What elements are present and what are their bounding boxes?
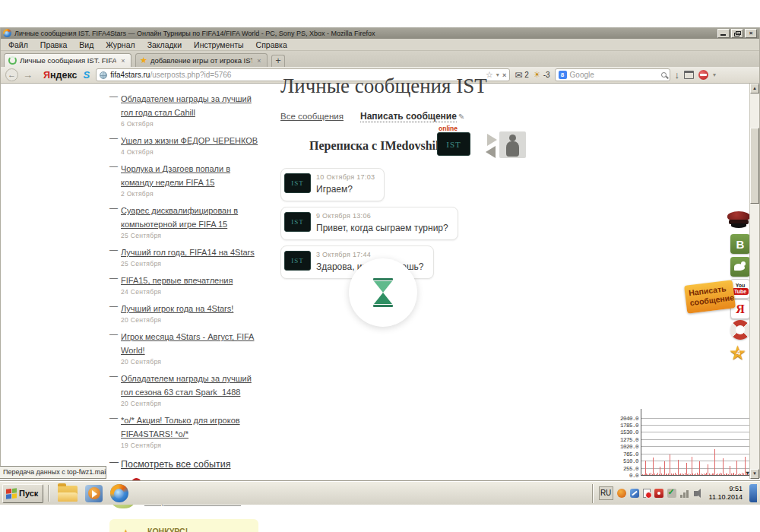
- scroll-down-button[interactable]: ▼: [750, 469, 759, 479]
- volume-icon[interactable]: [694, 491, 698, 496]
- windows-panel-icon[interactable]: [684, 71, 694, 79]
- scroll-up-button[interactable]: ▲: [750, 84, 759, 93]
- news-item: Суарес дисквалифицирован в компьютерной …: [109, 203, 258, 239]
- skype-icon[interactable]: S: [83, 69, 90, 81]
- start-button[interactable]: Пуск: [2, 484, 43, 503]
- lifebuoy-icon[interactable]: [730, 320, 750, 340]
- firefox-icon: [3, 29, 11, 37]
- news-link[interactable]: Чорлука и Дзагоев попали в команду недел…: [121, 164, 230, 187]
- view-all-events: Посмотреть все события: [109, 457, 258, 470]
- menu-file[interactable]: Файл: [2, 40, 34, 50]
- news-item: FIFA15, первые впечатления24 Сентября: [109, 273, 258, 296]
- news-item: Лучший игрок года на 4Stars!20 Сентября: [109, 301, 258, 324]
- firefox-taskbar-icon[interactable]: [110, 484, 128, 502]
- weather-widget[interactable]: ☀ -3: [534, 70, 550, 80]
- new-tab-button[interactable]: +: [271, 55, 285, 67]
- star-favicon-icon: ★: [140, 56, 147, 65]
- news-link[interactable]: Обладателем награды за лучший гол года с…: [121, 94, 252, 117]
- message-text: Привет, когда сыграем турнир?: [316, 223, 448, 233]
- user-avatar[interactable]: IST: [437, 132, 470, 156]
- network-signal-icon[interactable]: [680, 489, 690, 498]
- news-link[interactable]: Игрок месяца 4Stars - Август, FIFA World…: [121, 332, 254, 355]
- chart-bar: [699, 461, 700, 475]
- media-player-icon[interactable]: [85, 485, 103, 502]
- message-card[interactable]: IST 9 Октября 13:06 Привет, когда сыграе…: [280, 207, 458, 240]
- tray-protection-icon[interactable]: [630, 489, 639, 498]
- tab-close-icon[interactable]: ×: [255, 57, 263, 65]
- news-link[interactable]: *о/* Акция! Только для игроков FIFA4STAR…: [121, 416, 240, 439]
- news-date: 20 Сентября: [121, 316, 258, 324]
- tab-close-icon[interactable]: ×: [119, 57, 127, 65]
- view-all-link[interactable]: Посмотреть все события: [121, 459, 231, 470]
- menu-tools[interactable]: Инструменты: [188, 40, 249, 50]
- restore-button[interactable]: [731, 29, 743, 38]
- downloads-button[interactable]: ↓: [675, 69, 680, 81]
- chart-bar: [670, 454, 670, 475]
- search-icon[interactable]: [661, 72, 667, 78]
- compose-icon: ✎: [458, 112, 464, 121]
- contest-banner[interactable]: ★ 4 КОНКУРС! ГОЛОСОВАНИЕ! 4Stars лучший!…: [109, 519, 258, 532]
- news-sidebar: Обладателем награды за лучший гол года с…: [109, 91, 258, 532]
- menu-history[interactable]: Журнал: [100, 40, 141, 50]
- all-messages-link[interactable]: Все сообщения: [280, 112, 344, 121]
- menu-bookmarks[interactable]: Закладки: [141, 40, 188, 50]
- explorer-icon[interactable]: [58, 486, 78, 502]
- contest-title[interactable]: КОНКУРС! ГОЛОСОВАНИЕ!: [147, 527, 251, 532]
- chart-tick-label: 510.0: [623, 458, 638, 464]
- menu-help[interactable]: Справка: [250, 40, 293, 50]
- compose-message-link[interactable]: Написать сообщение: [360, 111, 457, 122]
- twitter-icon[interactable]: [730, 257, 750, 277]
- vk-icon[interactable]: B: [730, 234, 750, 254]
- messages-main: Личные сообщения IST Все сообщения Напис…: [280, 74, 531, 284]
- tab-messages[interactable]: Личные сообщения IST. FIFA4Stars — ... ×: [4, 53, 131, 67]
- message-list: IST 10 Октября 17:03 Играем? IST 9 Октяб…: [280, 168, 531, 279]
- message-card[interactable]: IST 10 Октября 17:03 Играем?: [280, 168, 385, 201]
- message-date: 9 Октября 13:06: [316, 212, 448, 220]
- window-titlebar[interactable]: Личные сообщения IST. FIFA4Stars — Онлай…: [1, 27, 759, 39]
- tab-add-game[interactable]: ★ добавление игры от игрока IST. FIFA4..…: [135, 53, 268, 67]
- adblock-dropdown-icon[interactable]: ▾: [713, 71, 716, 78]
- opponent-avatar[interactable]: [499, 131, 526, 158]
- forward-button[interactable]: →: [23, 70, 33, 80]
- chart-tick-label: 765.0: [623, 451, 638, 458]
- adblock-icon[interactable]: [698, 70, 708, 80]
- minimize-button[interactable]: [717, 29, 730, 38]
- page-scrollbar[interactable]: ▲ ▼: [749, 84, 759, 479]
- tray-update-icon[interactable]: [667, 489, 676, 498]
- yandex-button[interactable]: Яндекс: [43, 70, 77, 81]
- military-cap-icon[interactable]: [727, 210, 750, 230]
- news-link[interactable]: FIFA15, первые впечатления: [121, 276, 233, 285]
- tray-flag-icon[interactable]: [749, 484, 757, 502]
- news-link[interactable]: Суарес дисквалифицирован в компьютерной …: [121, 206, 238, 229]
- tray-orange-icon[interactable]: [617, 489, 626, 498]
- search-engine-icon[interactable]: 8: [559, 71, 567, 79]
- scroll-thumb[interactable]: [750, 128, 759, 204]
- tray-clock[interactable]: 9:51 11.10.2014: [709, 485, 743, 502]
- close-button[interactable]: ×: [745, 29, 757, 38]
- chart-tick-label: 2040.0: [620, 416, 638, 422]
- hourglass-icon: [372, 278, 394, 307]
- search-box[interactable]: 8 Google: [555, 68, 670, 81]
- chart-plot: ▼: [641, 409, 749, 476]
- tray-blocked-icon[interactable]: [643, 489, 651, 498]
- chart-tick-label: 255.0: [623, 466, 638, 472]
- menu-view[interactable]: Вид: [73, 40, 100, 50]
- news-link[interactable]: Лучший игрок года на 4Stars!: [121, 304, 233, 313]
- menu-edit[interactable]: Правка: [34, 40, 73, 50]
- fourstars-icon[interactable]: ★ 4: [729, 343, 750, 364]
- site-globe-icon: [100, 71, 107, 79]
- menu-bar: Файл Правка Вид Журнал Закладки Инструме…: [1, 39, 759, 51]
- news-date: 20 Сентября: [121, 358, 258, 366]
- tab-label: добавление игры от игрока IST. FIFA4...: [150, 56, 252, 65]
- chart-bar: [653, 458, 654, 475]
- news-item: Чорлука и Дзагоев попали в команду недел…: [109, 161, 258, 198]
- chart-yaxis: 2040.01785.01530.01275.01020.0765.0510.0…: [605, 409, 640, 476]
- news-date: 24 Сентября: [121, 288, 258, 296]
- news-link[interactable]: Обладателем награды за лучший гол сезона…: [121, 374, 252, 397]
- language-indicator[interactable]: RU: [599, 486, 613, 500]
- back-button[interactable]: ←: [5, 68, 18, 81]
- tray-guard-icon[interactable]: [654, 489, 663, 498]
- news-link[interactable]: Лучший гол года, FIFA14 на 4Stars: [121, 248, 255, 257]
- compose-callout[interactable]: Написать сообщение: [684, 280, 736, 314]
- news-link[interactable]: Ушел из жизни ФЁДОР ЧЕРЕНКОВ: [121, 136, 258, 145]
